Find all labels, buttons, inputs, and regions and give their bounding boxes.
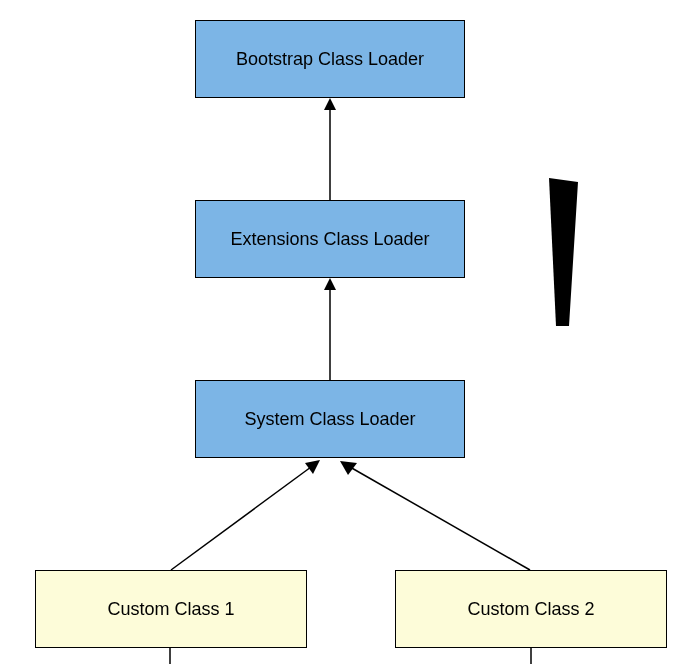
arrow-system-to-extensions [320, 278, 340, 380]
custom-class-2-box: Custom Class 2 [395, 570, 667, 648]
tick-custom1 [165, 648, 175, 664]
bootstrap-label: Bootstrap Class Loader [236, 49, 424, 70]
custom1-label: Custom Class 1 [107, 599, 234, 620]
bootstrap-class-loader-box: Bootstrap Class Loader [195, 20, 465, 98]
system-label: System Class Loader [244, 409, 415, 430]
arrow-custom2-to-system [330, 455, 540, 575]
svg-marker-7 [340, 461, 357, 475]
extensions-class-loader-box: Extensions Class Loader [195, 200, 465, 278]
svg-line-4 [171, 467, 311, 570]
svg-marker-1 [324, 98, 336, 110]
system-class-loader-box: System Class Loader [195, 380, 465, 458]
arrow-custom1-to-system [165, 455, 345, 575]
svg-marker-10 [549, 178, 578, 326]
tick-custom2 [526, 648, 536, 664]
custom2-label: Custom Class 2 [467, 599, 594, 620]
svg-marker-3 [324, 278, 336, 290]
svg-line-6 [350, 467, 530, 570]
extensions-label: Extensions Class Loader [230, 229, 429, 250]
svg-marker-5 [305, 460, 320, 474]
black-shape-icon [545, 178, 585, 328]
arrow-extensions-to-bootstrap [320, 98, 340, 200]
custom-class-1-box: Custom Class 1 [35, 570, 307, 648]
